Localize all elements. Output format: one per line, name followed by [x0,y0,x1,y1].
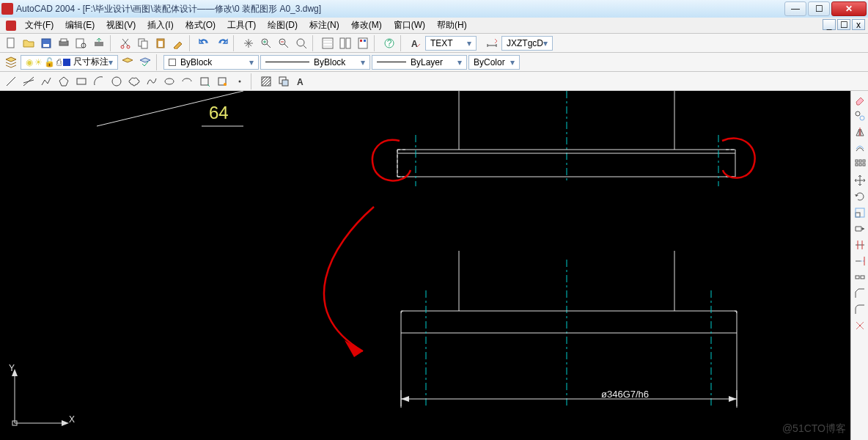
menu-view[interactable]: 视图(V) [100,17,141,34]
xline-button[interactable] [21,73,37,89]
linetype-combo[interactable]: ByBlock▾ [260,55,370,70]
menu-insert[interactable]: 插入(I) [141,17,179,34]
layer-manager-button[interactable] [3,54,19,70]
insert-block-button[interactable] [196,73,213,89]
publish-button[interactable] [91,35,107,51]
hatch-button[interactable] [258,73,274,89]
svg-rect-30 [77,78,86,84]
copy-object-button[interactable] [853,109,867,123]
scale-button[interactable] [853,205,867,220]
spline-button[interactable] [144,73,160,89]
point-button[interactable] [232,73,248,89]
svg-rect-33 [201,78,208,85]
save-button[interactable] [38,35,54,51]
open-button[interactable] [21,35,37,51]
properties-button[interactable] [320,35,336,51]
maximize-button[interactable]: ☐ [808,1,830,16]
rotate-button[interactable] [853,189,867,204]
ellipse-arc-button[interactable] [179,73,195,89]
minimize-button[interactable]: — [784,1,806,16]
print-preview-button[interactable] [73,35,89,51]
arc-button[interactable] [91,73,107,89]
dim-style-combo[interactable]: JXZTgcD▾ [501,36,553,51]
zoom-realtime-button[interactable] [258,35,274,51]
linetype-preview-icon [265,62,309,62]
erase-button[interactable] [853,92,867,107]
pline-button[interactable] [38,73,54,89]
make-current-button[interactable] [137,54,153,70]
menu-tools[interactable]: 工具(T) [221,17,262,34]
ellipse-button[interactable] [161,73,177,89]
break-button[interactable] [853,270,867,285]
polygon-button[interactable] [56,73,72,89]
layer-color-swatch [63,59,70,66]
move-button[interactable] [853,173,867,188]
menu-dimension[interactable]: 标注(N) [304,17,345,34]
undo-button[interactable] [196,35,213,51]
line-button[interactable] [3,73,19,89]
layer-previous-button[interactable] [119,54,136,70]
svg-rect-86 [859,164,861,166]
color-combo[interactable]: ByBlock▾ [163,55,259,70]
child-close-button[interactable]: x [852,19,865,30]
svg-rect-89 [856,213,860,217]
child-maximize-button[interactable]: ☐ [837,19,850,30]
svg-point-80 [860,116,864,120]
fillet-button[interactable] [853,302,867,317]
app-icon [1,3,13,15]
ucs-y-label: Y [9,363,15,373]
plotstyle-combo[interactable]: ByColor▾ [468,55,520,70]
menu-window[interactable]: 窗口(W) [388,17,431,34]
trim-button[interactable] [853,238,867,252]
chamfer-button[interactable] [853,286,867,301]
close-button[interactable]: ✕ [831,1,867,16]
copy-button[interactable] [135,35,151,51]
draw-toolbar: A [0,72,868,91]
pan-button[interactable] [240,35,257,51]
rectangle-button[interactable] [73,73,89,89]
child-minimize-button[interactable]: _ [823,19,836,30]
stretch-button[interactable] [853,221,867,236]
cut-button[interactable] [117,35,133,51]
new-button[interactable] [3,35,19,51]
drawing-area[interactable]: 64 ø346G7/h6 Y X @51CTO博客 ▲ ▼ [0,91,868,440]
text-style-combo[interactable]: TEXT▾ [425,36,477,51]
menu-format[interactable]: 格式(O) [180,17,221,34]
layer-combo[interactable]: ◉ ☀ 🔓 ⎙ 尺寸标注 ▾ [21,55,118,70]
designcenter-button[interactable] [337,35,353,51]
redo-button[interactable] [214,35,230,51]
zoom-window-button[interactable] [276,35,292,51]
array-button[interactable] [853,157,867,172]
dim-style-button[interactable] [484,35,500,51]
revcloud-button[interactable] [126,73,142,89]
lock-icon: 🔓 [44,57,55,67]
paste-button[interactable] [152,35,169,51]
menu-modify[interactable]: 修改(M) [345,17,388,34]
circle-button[interactable] [108,73,125,89]
text-style-button[interactable]: A [408,35,424,51]
explode-button[interactable] [853,318,867,333]
lineweight-combo[interactable]: ByLayer▾ [372,55,467,70]
svg-rect-83 [859,160,861,162]
layers-toolbar: ◉ ☀ 🔓 ⎙ 尺寸标注 ▾ ByBlock▾ ByBlock▾ ByLayer… [0,53,868,72]
svg-point-32 [165,78,174,84]
extend-button[interactable] [853,254,867,268]
svg-rect-7 [95,42,103,46]
tool-palettes-button[interactable] [355,35,371,51]
make-block-button[interactable] [214,73,230,89]
menu-edit[interactable]: 编辑(E) [59,17,100,34]
svg-rect-85 [856,164,858,166]
dimension-value-64: 64 [209,103,229,123]
match-properties-button[interactable] [170,35,186,51]
region-button[interactable] [276,73,292,89]
print-button[interactable] [56,35,72,51]
help-button[interactable]: ? [381,35,397,51]
menu-draw[interactable]: 绘图(D) [262,17,304,34]
mirror-button[interactable] [853,125,867,139]
mtext-button[interactable]: A [293,73,309,89]
zoom-previous-button[interactable] [293,35,309,51]
lineweight-preview-icon [377,62,406,62]
offset-button[interactable] [853,141,867,155]
menu-help[interactable]: 帮助(H) [431,17,473,34]
menu-file[interactable]: 文件(F) [19,17,59,34]
